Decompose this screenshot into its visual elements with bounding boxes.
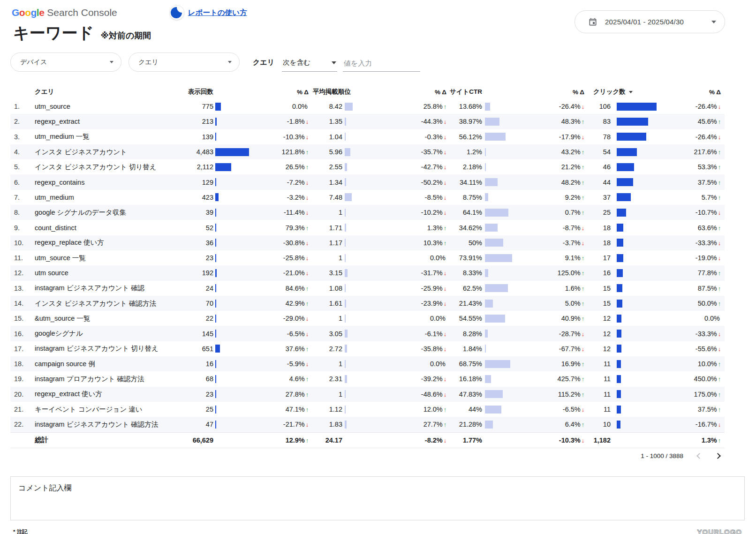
ctr-value: 2.18% xyxy=(448,163,484,171)
ctr-value: 8.33% xyxy=(448,269,484,277)
delta-arrow-icon: ↓ xyxy=(582,225,584,232)
table-row: 総計 66,629 12.9%↑ 24.17 -8.2%↓ 1.77% -10.… xyxy=(10,432,725,448)
position-bar-cell xyxy=(344,205,353,220)
row-rank: 12. xyxy=(10,269,35,277)
col-header-position-delta[interactable]: % Δ xyxy=(353,89,448,96)
table-row: 19. instagram プロアカウント 確認方法 68 4.6%↑ 2.31… xyxy=(10,371,725,386)
clicks-value: 37 xyxy=(586,194,612,201)
comment-box[interactable]: コメント記入欄 xyxy=(10,476,745,520)
position-delta: 25.8%↑ xyxy=(353,103,448,110)
col-header-impressions[interactable]: 表示回数 xyxy=(180,88,215,96)
position-value: 1.04 xyxy=(310,133,344,141)
impressions-bar-cell xyxy=(215,129,249,144)
impressions-bar xyxy=(215,118,217,126)
table-row: 17. instagram ビジネスアカウント 切り替え 651 37.6%↑ … xyxy=(10,341,725,356)
query-filter-dropdown[interactable]: クエリ xyxy=(129,53,240,72)
col-header-ctr-delta[interactable]: % Δ xyxy=(512,89,586,96)
table-header: クエリ 表示回数 % Δ 平均掲載順位 % Δ サイトCTR % Δ クリック数… xyxy=(10,85,725,99)
help-link[interactable]: レポートの使い方 xyxy=(188,8,247,18)
clicks-delta: 217.6%↑ xyxy=(657,148,725,156)
table-row: 1. utm_source 775 0.0% 8.42 25.8%↑ 13.68… xyxy=(10,99,725,114)
position-value: 2.31 xyxy=(310,375,344,383)
delta-arrow-icon: ↑ xyxy=(306,286,309,292)
delta-arrow-icon: ↓ xyxy=(718,134,721,141)
row-query: regexp_extract xyxy=(35,118,180,125)
ctr-bar-cell xyxy=(484,311,512,326)
pagination-range: 1 - 1000 / 3888 xyxy=(641,452,683,459)
delta-arrow-icon: ↓ xyxy=(582,240,584,247)
clicks-bar-cell xyxy=(612,220,657,235)
row-rank: 18. xyxy=(10,360,35,368)
pagination-next-icon[interactable] xyxy=(715,453,721,459)
chevron-down-icon xyxy=(711,21,716,23)
clicks-delta: 63.6%↑ xyxy=(657,224,725,232)
clicks-bar xyxy=(617,239,623,247)
impressions-delta: -21.7%↓ xyxy=(249,421,310,428)
delta-arrow-icon: ↓ xyxy=(444,134,446,141)
delta-arrow-icon: ↓ xyxy=(582,331,584,338)
condition-operator-select[interactable]: 次を含む xyxy=(282,58,337,72)
row-rank: 14. xyxy=(10,300,35,307)
clicks-delta: -26.4%↓ xyxy=(657,103,725,110)
impressions-bar xyxy=(215,360,216,368)
impressions-delta: 12.9%↑ xyxy=(249,436,310,444)
clicks-delta: 0.0% xyxy=(657,315,725,322)
table-row: 15. &utm_source 一覧 22 -29.0%↓ 1 0.0% 54.… xyxy=(10,311,725,326)
delta-arrow-icon: ↑ xyxy=(306,164,309,171)
ctr-value: 34.62% xyxy=(448,224,484,232)
clicks-delta: 175.0%↑ xyxy=(657,391,725,398)
delta-arrow-icon: ↑ xyxy=(582,164,584,171)
delta-arrow-icon: ↑ xyxy=(444,225,446,232)
title-note: ※対前の期間 xyxy=(100,30,151,41)
position-value: 3.15 xyxy=(310,269,344,277)
position-bar-cell xyxy=(344,311,353,326)
pagination-prev-icon[interactable] xyxy=(696,453,703,459)
delta-arrow-icon: ↓ xyxy=(444,391,446,398)
position-delta: 1.3%↑ xyxy=(353,224,448,232)
delta-arrow-icon: ↑ xyxy=(718,406,721,413)
date-range-picker[interactable]: 2025/04/01 - 2025/04/30 xyxy=(575,10,725,33)
col-header-position[interactable]: 平均掲載順位 xyxy=(310,88,353,96)
col-header-ctr[interactable]: サイトCTR xyxy=(448,88,484,96)
delta-arrow-icon: ↑ xyxy=(582,119,584,125)
table-row: 11. utm_source 一覧 23 -25.8%↓ 1 0.0% 73.9… xyxy=(10,250,725,265)
position-value: 8.42 xyxy=(310,103,344,110)
row-rank: 1. xyxy=(10,103,35,110)
col-header-clicks[interactable]: クリック数 xyxy=(586,88,657,96)
table-row: 4. インスタ ビジネスアカウント 4,483 121.8%↑ 5.96 -35… xyxy=(10,144,725,159)
device-filter-dropdown[interactable]: デバイス xyxy=(10,53,121,72)
impressions-value: 24 xyxy=(180,285,215,292)
row-query: utm_source 一覧 xyxy=(35,254,180,263)
ctr-value: 56.12% xyxy=(448,133,484,141)
impressions-bar xyxy=(215,406,216,414)
position-bar xyxy=(345,330,348,338)
ctr-bar-cell xyxy=(484,174,512,189)
ctr-bar-cell xyxy=(484,341,512,356)
delta-arrow-icon: ↑ xyxy=(444,406,446,413)
delta-arrow-icon: ↓ xyxy=(444,346,446,353)
position-bar-cell xyxy=(344,144,353,159)
table-row: 12. utm source 192 -21.0%↓ 3.15 -31.7%↓ … xyxy=(10,265,725,280)
logo-suffix: Search Console xyxy=(47,7,117,18)
impressions-value: 213 xyxy=(180,118,215,125)
row-query: instagram ビジネスアカウント 確認 xyxy=(35,284,180,293)
position-bar-cell xyxy=(344,371,353,386)
clicks-bar xyxy=(617,163,634,171)
delta-arrow-icon: ↓ xyxy=(306,361,309,368)
delta-arrow-icon: ↑ xyxy=(718,164,721,171)
ctr-delta: 9.1%↑ xyxy=(512,254,586,262)
col-header-query[interactable]: クエリ xyxy=(35,88,180,96)
condition-value-input[interactable] xyxy=(343,59,420,72)
ctr-delta: -26.4%↓ xyxy=(512,103,586,110)
ctr-bar-cell xyxy=(484,387,512,402)
clicks-bar-cell xyxy=(612,281,657,296)
position-value: 1.08 xyxy=(310,285,344,292)
ctr-value: 44% xyxy=(448,406,484,413)
col-header-impressions-delta[interactable]: % Δ xyxy=(249,89,310,96)
delta-arrow-icon: ↑ xyxy=(718,361,721,368)
delta-arrow-icon: ↓ xyxy=(582,406,584,413)
ctr-value: 62.5% xyxy=(448,285,484,292)
col-header-clicks-delta[interactable]: % Δ xyxy=(657,89,725,96)
delta-arrow-icon: ↓ xyxy=(718,331,721,338)
clicks-delta: 1.3%↑ xyxy=(657,436,725,444)
